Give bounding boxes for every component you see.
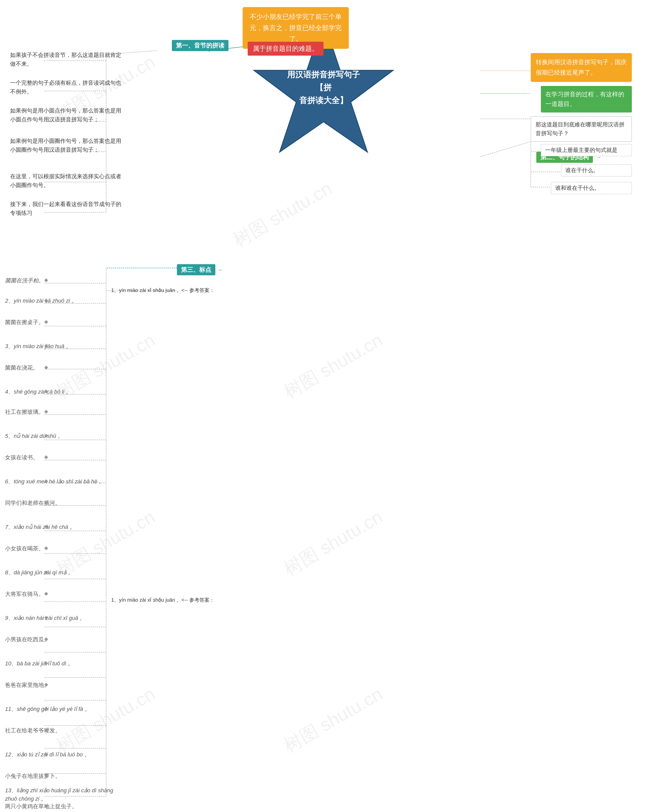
exercise-pinyin-3: 3、yín miào zài jiāo huā 。 — [5, 343, 72, 350]
watermark: 树图 shutu.cn — [279, 505, 387, 581]
exercise-chinese-11: 社工在给老爷爷理发。 — [5, 727, 61, 734]
exercise-pinyin-1: 菌菌在洗手粕。 — [5, 277, 44, 284]
exercise-chinese-13: 两只小黄鸡在草地上捉虫子。 — [5, 803, 77, 810]
svg-line-39 — [480, 142, 531, 157]
diamond-2b: ◆ — [44, 319, 48, 325]
diamond-3b: ◆ — [44, 364, 48, 370]
left-note4: 如果例句是用小圆圈作句号，那么答案也是用小圆圈作句号用汉语拼音拼写句子； — [10, 136, 127, 154]
diamond-6: ◆ — [44, 478, 48, 484]
diamond-7b: ◆ — [44, 545, 48, 551]
diamond-9: ◆ — [44, 614, 48, 620]
arrow-section3: ← — [218, 267, 223, 273]
center-title: 用汉语拼音拼写句子【拼 音拼读大全】 — [283, 68, 364, 107]
left-note5: 在这里，可以根据实际情况来选择实心点或者小圆圈作句号。 — [10, 172, 127, 189]
exercise-chinese-5: 女孩在读书。 — [5, 454, 38, 461]
exercise-pinyin-5: 5、nǚ hái zài dú shū 。 — [5, 432, 63, 440]
diamond-8: ◆ — [44, 569, 48, 575]
diamond-13b: ◆ — [44, 803, 48, 809]
diamond-2: ◆ — [44, 297, 48, 303]
section1-label: 第一、音节的拼读 — [172, 40, 229, 51]
exercise-pinyin-6: 6、tóng xué men hé lǎo shī zài bā hè 。 — [5, 478, 104, 485]
exercise-pinyin-8: 8、dà jiāng jūn zài qí mǎ 。 — [5, 569, 73, 576]
diamond-3: ◆ — [44, 343, 48, 349]
section3-label: 第三、标点 — [177, 264, 215, 275]
left-note6: 接下来，我们一起来看看这份语音节成句子的专项练习 — [10, 200, 127, 217]
center-title-text2: 音拼读大全】 — [299, 96, 348, 105]
diamond-7: ◆ — [44, 523, 48, 530]
diamond-10: ◆ — [44, 660, 48, 666]
red-badge-text: 属于拼音题目的难题。 — [248, 42, 324, 56]
diamond-5b: ◆ — [44, 454, 48, 460]
diamond-8b: ◆ — [44, 590, 48, 596]
section3-header: 第三、标点 ← — [177, 264, 223, 275]
diamond-6b: ◆ — [44, 499, 48, 505]
exercise-chinese-3: 菌菌在浇花。 — [5, 364, 38, 372]
exercise-chinese-7: 小女孩在喝茶。 — [5, 545, 44, 553]
section2-sub1: 一年级上册最主要的句式就是 — [541, 144, 632, 156]
exercise-pinyin-10: 10、bà ba zài jiā lǐ tuō dì 。 — [5, 660, 73, 667]
exercise-chinese-12: 小兔子在地里拔萝卜。 — [5, 772, 61, 780]
diamond-5: ◆ — [44, 432, 48, 438]
section2-sub3: 谁和谁在干什么。 — [551, 182, 632, 194]
page-container: 树图 shutu.cn 树图 shutu.cn 树图 shutu.cn 树图 s… — [0, 0, 647, 812]
left-note3: 如果例句是用小圆点作句号，那么答案也是用小圆点作句号用汉语拼音拼写句子； — [10, 106, 127, 124]
diamond-12: ◆ — [44, 751, 48, 757]
left-note1: 如果孩子不会拼读音节，那么这道题目就肯定做不来。 — [10, 50, 127, 68]
left-note2: 一个完整的句子必须有标点，拼音读词成句也不例外。 — [10, 78, 127, 96]
exercise-chinese-9: 小男孩在吃西瓜。 — [5, 636, 50, 643]
exercise-chinese-6: 同学们和老师在插河。 — [5, 499, 61, 507]
top-red-badge: 属于拼音题目的难题。 — [248, 42, 324, 56]
exercise-pinyin-7: 7、xiǎo nǚ hái zài hē chá 。 — [5, 523, 75, 531]
watermark: 树图 shutu.cn — [279, 682, 387, 758]
exercise-chinese-10: 爸爸在家里拖地。 — [5, 681, 50, 689]
exercise-chinese-4: 社工在擦玻璃。 — [5, 408, 44, 416]
diamond-10b: ◆ — [44, 681, 48, 687]
diamond-4: ◆ — [44, 388, 48, 394]
exercise-pinyin-13: 13、liǎng zhī xiǎo huáng jī zài cǎo dì sh… — [5, 786, 121, 803]
diamond-11b: ◆ — [44, 727, 48, 733]
exercise-pinyin-2: 2、yín miào zài cā zhuō zi 。 — [5, 297, 77, 305]
answer-ref2: 1、yín miào zài xǐ shǒu juān 。<-- 参考答案： — [111, 597, 215, 603]
right-dashed-box: 那这道题目到底难在哪里呢用汉语拼音拼写句子？ — [531, 116, 632, 142]
exercise-chinese-8: 大将军在骑马。 — [5, 590, 44, 598]
diamond-12b: ◆ — [44, 772, 48, 778]
exercise-pinyin-4: 4、shé gōng zài cā bō li 。 — [5, 388, 72, 395]
section2-sub2: 谁在干什么。 — [561, 164, 632, 177]
center-title-text: 用汉语拼音拼写句子【拼 — [287, 70, 360, 92]
diamond-9b: ◆ — [44, 636, 48, 642]
diamond-1: ◆ — [44, 277, 48, 283]
right-orange-box: 转换间用汉语拼音拼写句子，国庆假期已经接近尾声了。 — [531, 53, 632, 82]
right-green-box: 在学习拼音的过程，有这样的一道题目。 — [541, 86, 632, 113]
watermark: 树图 shutu.cn — [279, 328, 387, 404]
exercise-chinese-2: 菌菌在擦桌子。 — [5, 319, 44, 326]
section1-header: 第一、音节的拼读 — [172, 40, 229, 51]
watermark: 树图 shutu.cn — [229, 176, 336, 252]
diamond-11: ◆ — [44, 705, 48, 711]
diamond-4b: ◆ — [44, 408, 48, 414]
watermark: 树图 shutu.cn — [52, 682, 159, 758]
answer-ref: 1、yín miào zài xǐ shǒu juān 。<-- 参考答案： — [111, 287, 215, 294]
